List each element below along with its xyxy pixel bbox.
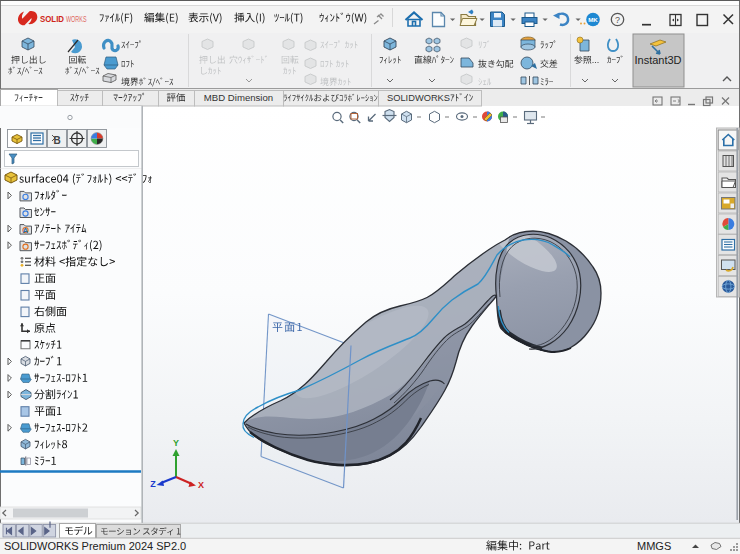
svg-text:MBD Dimension: MBD Dimension xyxy=(204,92,273,103)
svg-text:B: B xyxy=(53,135,60,146)
svg-text:WORKS: WORKS xyxy=(66,13,87,24)
svg-text:MMGS: MMGS xyxy=(637,540,671,552)
svg-text:SOLIDWORKS: SOLIDWORKS xyxy=(387,93,450,103)
svg-text:Y: Y xyxy=(173,438,179,448)
svg-text:A: A xyxy=(23,226,29,235)
svg-text:X: X xyxy=(198,480,204,490)
svg-text:MK: MK xyxy=(588,16,598,23)
svg-text:Z: Z xyxy=(150,479,156,489)
svg-text:SOLID: SOLID xyxy=(40,13,64,24)
svg-text:?: ? xyxy=(615,15,620,25)
svg-text:SOLIDWORKS Premium 2024 SP2.0: SOLIDWORKS Premium 2024 SP2.0 xyxy=(4,540,186,552)
svg-text:Instant3D: Instant3D xyxy=(634,54,681,66)
